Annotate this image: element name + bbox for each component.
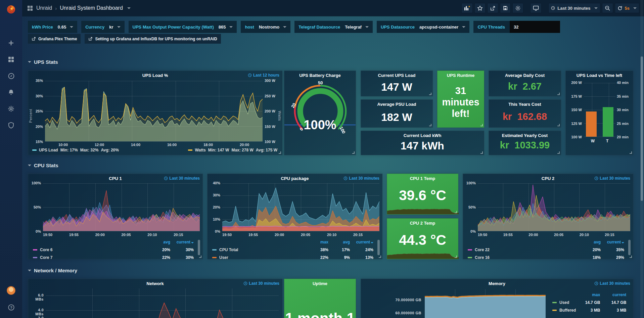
bar-W[interactable] xyxy=(586,111,597,137)
legend-col-avg[interactable]: avg xyxy=(328,240,350,244)
link-grafana-influxdb-ups[interactable]: Setting up Grafana and InfluxDB for UPS … xyxy=(85,34,221,44)
panel-time-label[interactable]: Last 30 minutes xyxy=(243,281,279,286)
variable-value-dropdown[interactable]: 865 xyxy=(219,25,233,30)
network-chart[interactable] xyxy=(46,288,279,318)
cpu1-chart[interactable] xyxy=(43,183,200,231)
y-tick: 6.0 MBs xyxy=(29,293,44,301)
breadcrumb-app[interactable]: Unraid xyxy=(36,5,52,11)
legend-series[interactable]: Used xyxy=(552,300,576,305)
panel-title[interactable]: Average PSU Load xyxy=(361,102,432,107)
legend-series[interactable]: Core 6 xyxy=(33,247,149,252)
settings-button[interactable] xyxy=(512,3,523,13)
variable-value-dropdown[interactable]: kr xyxy=(109,25,120,30)
legend-series[interactable]: Buffered xyxy=(552,308,576,313)
section-network-memory[interactable]: Network / Memory xyxy=(28,268,77,273)
y-ticks: 100%50%0% xyxy=(463,181,476,233)
bar-T[interactable] xyxy=(603,107,613,137)
panel-time-label[interactable]: Last 30 minutes xyxy=(343,176,379,181)
legend-col-current[interactable]: current xyxy=(600,292,626,297)
cpu2-temp-sparkline xyxy=(387,248,459,259)
star-button[interactable] xyxy=(474,3,486,13)
panel-title[interactable]: This Years Cost xyxy=(489,102,561,107)
legend-table: avgcurrent Core 620%30% Core 722%30% xyxy=(33,240,194,260)
legend-col-avg[interactable]: avg xyxy=(579,240,601,244)
panel-title[interactable]: Average Daily Cost xyxy=(489,73,561,78)
variable-value-dropdown[interactable]: apcupsd-container xyxy=(419,25,465,30)
user-avatar[interactable] xyxy=(0,283,22,298)
save-button[interactable] xyxy=(500,3,511,13)
save-icon xyxy=(503,5,508,11)
panel-time-label[interactable]: Last 30 minutes xyxy=(164,176,200,181)
clock-icon xyxy=(594,281,598,285)
time-range-picker[interactable]: Last 30 minutes xyxy=(548,3,600,13)
add-panel-button[interactable] xyxy=(461,3,473,13)
ups-load-chart[interactable] xyxy=(45,81,263,141)
server-admin-shield-icon[interactable] xyxy=(0,118,22,133)
panel-time-label[interactable]: Last 30 minutes xyxy=(594,176,630,181)
legend-ups-load[interactable]: UPS Load Min: 17% Max: 32% Avg: 20% xyxy=(32,148,119,152)
legend-scrollbar[interactable] xyxy=(377,240,380,255)
legend-scrollbar[interactable] xyxy=(198,240,200,255)
page-scrollbar[interactable] xyxy=(640,0,643,318)
panel-title[interactable]: UPS Load vs Time left xyxy=(566,73,633,78)
panel-title[interactable]: UPS Battery Charge xyxy=(284,73,356,78)
panel-title[interactable]: Estimated Yearly Cost xyxy=(489,133,561,138)
zoom-out-button[interactable] xyxy=(602,3,613,13)
legend-col-current[interactable]: current xyxy=(350,240,373,244)
panel-title[interactable]: Uptime xyxy=(284,281,356,286)
variable-value-dropdown[interactable]: Nostromo xyxy=(259,25,286,30)
legend-col-max[interactable]: max xyxy=(576,292,600,297)
legend-watts[interactable]: Watts Min: 147 W Max: 278 W Avg: 175 W xyxy=(188,148,277,152)
panel-title[interactable]: CPU 2 Temp xyxy=(387,221,458,226)
legend-series[interactable]: CPU Total xyxy=(212,247,307,252)
legend-col-current[interactable]: current xyxy=(170,240,194,244)
panel-title[interactable]: CPU 1 Temp xyxy=(387,176,458,181)
legend-series[interactable]: Core 22 xyxy=(468,247,579,252)
configuration-icon[interactable] xyxy=(0,101,22,116)
panel-average-daily-cost: Average Daily Cost kr 2.67 xyxy=(489,71,561,96)
variable-value-dropdown[interactable]: 0.65 xyxy=(58,25,73,30)
panel-title[interactable]: Memory xyxy=(361,281,633,286)
memory-chart[interactable] xyxy=(425,289,546,318)
create-icon[interactable] xyxy=(0,36,22,50)
variable-value-dropdown[interactable]: Telegraf xyxy=(345,25,369,30)
stat-value: kr 1033.99 xyxy=(489,140,561,151)
cpu-threads-input[interactable] xyxy=(510,21,560,33)
legend-series[interactable]: Core 16 xyxy=(468,255,579,260)
panel-title[interactable]: UPS Runtime xyxy=(438,73,484,78)
breadcrumb-page[interactable]: Unraid System Dashboard xyxy=(60,5,123,11)
legend-col-max[interactable]: max xyxy=(307,240,328,244)
share-button[interactable] xyxy=(487,3,498,13)
help-icon[interactable]: ? xyxy=(0,300,22,315)
scrollbar-thumb[interactable] xyxy=(641,56,643,201)
ups-vs-time-bars[interactable] xyxy=(584,83,615,137)
legend-swatch xyxy=(32,149,37,151)
dashboards-icon[interactable] xyxy=(0,52,22,67)
section-cpu-stats[interactable]: CPU Stats xyxy=(28,163,58,168)
legend-series[interactable]: User xyxy=(212,255,307,260)
alerting-icon[interactable] xyxy=(0,85,22,100)
legend-col-current[interactable]: current xyxy=(601,240,624,244)
grafana-logo[interactable] xyxy=(0,3,22,16)
link-grafana-plex-theme[interactable]: Grafana Plex Theme xyxy=(28,34,81,44)
time-range-caret-icon xyxy=(594,7,598,9)
y-ticks-left: 35%30%25%20%15% xyxy=(28,79,43,144)
explore-icon[interactable] xyxy=(0,69,22,83)
legend-scrollbar[interactable] xyxy=(628,240,631,255)
cycle-view-button[interactable] xyxy=(530,3,542,13)
legend-series[interactable]: Core 7 xyxy=(33,255,149,260)
panel-title[interactable]: Current UPS Load xyxy=(361,73,432,78)
panel-time-label[interactable]: Last 30 minutes xyxy=(594,281,630,286)
refresh-icon xyxy=(617,6,623,11)
panel-time-label[interactable]: Last 12 hours xyxy=(248,73,279,78)
breadcrumb-caret-icon[interactable] xyxy=(127,7,131,9)
section-ups-stats[interactable]: UPS Stats xyxy=(28,59,58,65)
cpu-package-chart[interactable] xyxy=(222,183,379,231)
panel-cpu2: CPU 2 Last 30 minutes 100%50%0% 19:5019:… xyxy=(463,174,633,259)
refresh-picker[interactable]: 5s xyxy=(615,3,639,13)
cpu2-chart[interactable] xyxy=(478,183,630,231)
panel-title[interactable]: UPS Load % xyxy=(28,73,282,78)
panel-title[interactable]: Current Load kWh xyxy=(361,133,484,138)
legend-col-avg[interactable]: avg xyxy=(149,240,170,244)
breadcrumb[interactable]: Unraid › Unraid System Dashboard xyxy=(27,5,131,11)
